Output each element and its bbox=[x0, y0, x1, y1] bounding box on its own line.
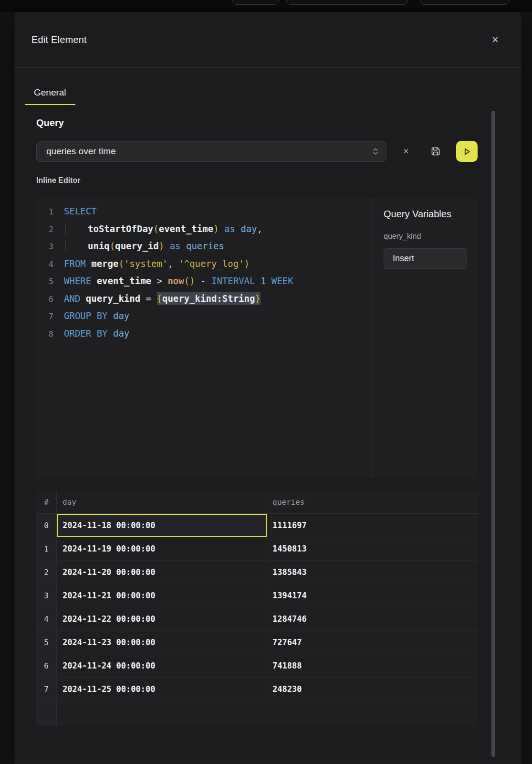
code-text: GROUP BY day bbox=[64, 310, 129, 321]
save-icon bbox=[430, 146, 441, 157]
query-controls-row: queries over time × bbox=[36, 141, 522, 162]
code-token: WEEK bbox=[271, 276, 293, 286]
row-index-cell[interactable]: 0 bbox=[36, 514, 57, 537]
insert-variable-button[interactable]: Insert bbox=[384, 248, 467, 269]
table-filler-gutter bbox=[36, 701, 57, 726]
code-token: queries bbox=[186, 241, 224, 251]
code-line[interactable]: 8ORDER BY day bbox=[36, 325, 372, 343]
row-index-cell[interactable]: 5 bbox=[36, 631, 57, 654]
code-token: , bbox=[257, 223, 262, 234]
saved-query-select[interactable]: queries over time bbox=[36, 141, 386, 162]
code-line[interactable]: 4FROM merge('system', '^query_log') bbox=[36, 255, 372, 273]
code-line[interactable]: 6AND query_kind = {query_kind:String} bbox=[36, 290, 372, 308]
day-cell[interactable]: 2024-11-22 00:00:00 bbox=[57, 607, 267, 630]
code-token bbox=[80, 293, 85, 304]
code-token: } bbox=[255, 292, 260, 305]
queries-cell[interactable]: 1284746 bbox=[267, 607, 478, 630]
tab-bar: General bbox=[25, 81, 522, 105]
code-token bbox=[181, 241, 186, 251]
queries-cell[interactable]: 1450813 bbox=[267, 537, 478, 560]
code-token: = bbox=[140, 293, 156, 304]
day-cell[interactable]: 2024-11-18 00:00:00 bbox=[57, 514, 267, 537]
table-row: 62024-11-24 00:00:00741888 bbox=[36, 654, 478, 678]
code-line[interactable]: 3uniq(query_id) as queries bbox=[36, 238, 372, 255]
code-text: uniq(query_id) as queries bbox=[64, 241, 224, 251]
code-text: toStartOfDay(event_time) as day, bbox=[64, 223, 262, 234]
code-token bbox=[266, 276, 271, 286]
line-number: 3 bbox=[36, 238, 53, 255]
day-cell[interactable]: 2024-11-24 00:00:00 bbox=[57, 654, 267, 677]
code-token: ( bbox=[118, 258, 124, 269]
code-token bbox=[164, 241, 169, 251]
code-token: toStartOfDay bbox=[88, 223, 153, 234]
code-token: ( bbox=[184, 276, 189, 286]
day-cell[interactable]: 2024-11-23 00:00:00 bbox=[57, 631, 267, 654]
column-header-queries: queries bbox=[267, 491, 478, 513]
row-index-cell[interactable]: 2 bbox=[36, 561, 57, 584]
results-table: #dayqueries02024-11-18 00:00:00111169712… bbox=[36, 491, 478, 726]
row-index-cell[interactable]: 1 bbox=[36, 537, 57, 560]
code-token: ) bbox=[244, 258, 250, 269]
background-control bbox=[232, 0, 279, 5]
code-text: WHERE event_time > now() - INTERVAL 1 WE… bbox=[64, 276, 293, 286]
queries-cell[interactable]: 727647 bbox=[267, 631, 478, 654]
code-token: event_time bbox=[159, 223, 213, 234]
code-token: AND bbox=[64, 293, 80, 304]
row-index-cell[interactable]: 7 bbox=[36, 678, 57, 700]
code-token: query_kind:String bbox=[162, 292, 255, 305]
modal-scrollbar-thumb[interactable] bbox=[491, 111, 495, 757]
query-variables-heading: Query Variables bbox=[384, 209, 478, 220]
save-query-button[interactable] bbox=[426, 142, 445, 161]
code-token: 'system' bbox=[124, 258, 168, 269]
code-token: query_kind bbox=[86, 293, 140, 304]
code-line[interactable]: 2toStartOfDay(event_time) as day, bbox=[36, 221, 372, 238]
code-text: SELECT bbox=[64, 206, 97, 216]
day-cell[interactable]: 2024-11-21 00:00:00 bbox=[57, 584, 267, 607]
table-row: 12024-11-19 00:00:001450813 bbox=[36, 537, 478, 561]
clear-query-button[interactable]: × bbox=[396, 142, 416, 161]
saved-query-select-value: queries over time bbox=[46, 146, 372, 157]
queries-cell[interactable]: 1385843 bbox=[267, 561, 478, 584]
queries-cell[interactable]: 741888 bbox=[267, 654, 478, 677]
code-token: now bbox=[167, 276, 184, 286]
background-control bbox=[286, 0, 408, 5]
code-editor: 1SELECT2toStartOfDay(event_time) as day,… bbox=[36, 198, 478, 478]
line-number: 5 bbox=[36, 273, 53, 290]
clear-icon: × bbox=[403, 145, 409, 158]
queries-cell[interactable]: 1111697 bbox=[267, 514, 478, 537]
code-line[interactable]: 5WHERE event_time > now() - INTERVAL 1 W… bbox=[36, 273, 372, 290]
code-line[interactable]: 7GROUP BY day bbox=[36, 308, 372, 325]
day-cell[interactable]: 2024-11-20 00:00:00 bbox=[57, 561, 267, 584]
code-token: - bbox=[195, 276, 211, 286]
code-token bbox=[255, 276, 260, 286]
inline-editor-label: Inline Editor bbox=[36, 176, 522, 185]
table-row: 72024-11-25 00:00:00248230 bbox=[36, 678, 478, 701]
row-index-cell[interactable]: 6 bbox=[36, 654, 57, 677]
close-button[interactable]: × bbox=[487, 32, 503, 48]
row-index-cell[interactable]: 3 bbox=[36, 584, 57, 607]
code-token: ( bbox=[110, 241, 115, 251]
modal-title: Edit Element bbox=[31, 34, 87, 45]
code-token: merge bbox=[91, 258, 118, 269]
day-cell[interactable]: 2024-11-19 00:00:00 bbox=[57, 537, 267, 560]
code-token: > bbox=[151, 276, 167, 286]
modal-body: Query queries over time × bbox=[14, 117, 522, 726]
code-lines[interactable]: 1SELECT2toStartOfDay(event_time) as day,… bbox=[36, 198, 372, 478]
code-text: ORDER BY day bbox=[64, 328, 129, 339]
code-token bbox=[108, 310, 113, 321]
run-query-button[interactable] bbox=[456, 141, 478, 162]
code-token: ) bbox=[213, 223, 219, 234]
code-token bbox=[173, 258, 178, 269]
code-line[interactable]: 1SELECT bbox=[36, 203, 372, 221]
queries-cell[interactable]: 248230 bbox=[267, 678, 478, 700]
code-token: GROUP BY bbox=[64, 310, 108, 321]
day-cell[interactable]: 2024-11-25 00:00:00 bbox=[57, 678, 267, 700]
tab-general[interactable]: General bbox=[25, 81, 75, 105]
line-number: 2 bbox=[36, 221, 53, 238]
code-token: uniq bbox=[88, 241, 110, 251]
code-token: 1 bbox=[261, 276, 266, 286]
queries-cell[interactable]: 1394174 bbox=[267, 584, 478, 607]
code-token bbox=[65, 223, 88, 234]
table-filler bbox=[36, 701, 478, 726]
row-index-cell[interactable]: 4 bbox=[36, 607, 57, 630]
